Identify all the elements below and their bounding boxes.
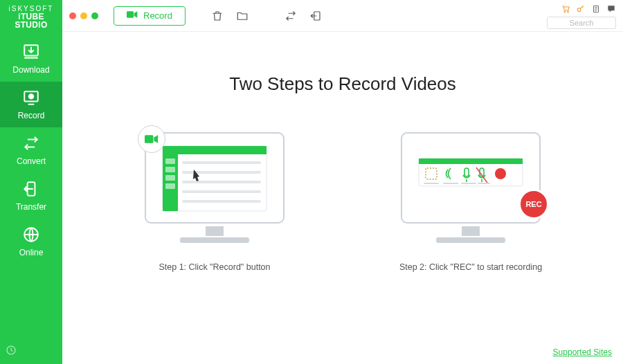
svg-rect-27 [145, 135, 154, 143]
svg-rect-14 [180, 237, 249, 243]
sidebar-item-convert[interactable]: Convert [0, 127, 62, 173]
svg-point-9 [568, 11, 569, 12]
sidebar-footer [0, 339, 62, 364]
sidebar-nav: Download Record [0, 36, 62, 264]
minimize-window-button[interactable] [80, 12, 87, 19]
record-screen-icon [22, 89, 40, 107]
svg-rect-18 [165, 158, 175, 164]
svg-point-39 [495, 168, 506, 179]
step-2: REC Step 2: Click "REC" to start recordi… [381, 129, 561, 272]
svg-rect-29 [462, 226, 480, 236]
cart-icon[interactable] [561, 4, 570, 14]
topbar: Record [62, 0, 623, 32]
sidebar-item-label: Record [18, 111, 45, 120]
close-window-button[interactable] [69, 12, 76, 19]
convert-icon [22, 134, 40, 152]
svg-rect-13 [206, 226, 224, 236]
sidebar-item-label: Online [19, 248, 44, 257]
svg-rect-16 [163, 146, 267, 154]
step-1: Step 1: Click "Record" button [125, 129, 305, 272]
svg-rect-20 [165, 175, 175, 181]
topbar-right-icons [561, 4, 616, 14]
step-1-label: Step 1: Click "Record" button [159, 262, 270, 272]
step-2-illustration: REC [398, 129, 543, 250]
record-button[interactable]: Record [114, 6, 186, 26]
refresh-button[interactable] [284, 9, 298, 23]
maximize-window-button[interactable] [91, 12, 98, 19]
notes-icon[interactable] [591, 4, 601, 14]
step-1-illustration [142, 129, 287, 250]
svg-point-2 [29, 94, 34, 99]
toolbar-icons [210, 9, 323, 23]
steps-row: Step 1: Click "Record" button [90, 129, 595, 272]
history-icon[interactable] [6, 346, 17, 358]
sidebar-item-label: Download [12, 65, 49, 75]
svg-rect-6 [127, 11, 134, 17]
rec-badge: REC [518, 189, 549, 219]
sidebar-item-download[interactable]: Download [0, 36, 62, 82]
folder-button[interactable] [235, 9, 249, 23]
transfer-icon [22, 180, 40, 198]
feedback-icon[interactable] [606, 4, 616, 14]
window-controls [69, 12, 98, 19]
camera-badge-icon [138, 125, 165, 153]
step-2-label: Step 2: Click "REC" to start recording [399, 262, 542, 272]
svg-point-8 [564, 11, 566, 12]
main: Record [62, 0, 623, 364]
sidebar-item-label: Transfer [16, 202, 46, 212]
page-title: Two Steps to Record Videos [90, 73, 595, 95]
app-window: iSKYSOFT iTUBE STUDIO Download [0, 0, 623, 364]
brand-line2: iTUBE STUDIO [4, 12, 58, 29]
sidebar-item-record[interactable]: Record [0, 82, 62, 127]
content: Two Steps to Record Videos [62, 32, 623, 364]
sidebar-item-label: Convert [17, 156, 46, 166]
svg-rect-32 [419, 158, 523, 164]
record-button-label: Record [143, 10, 172, 21]
svg-rect-19 [165, 167, 175, 172]
sidebar: iSKYSOFT iTUBE STUDIO Download [0, 0, 62, 364]
search-input[interactable] [547, 17, 616, 29]
sidebar-item-online[interactable]: Online [0, 219, 62, 264]
brand: iSKYSOFT iTUBE STUDIO [0, 0, 62, 36]
key-icon[interactable] [576, 4, 586, 14]
sidebar-item-transfer[interactable]: Transfer [0, 173, 62, 219]
svg-rect-21 [165, 183, 175, 189]
camera-icon [127, 10, 138, 21]
rec-badge-label: REC [525, 200, 541, 208]
import-button[interactable] [309, 9, 323, 23]
supported-sites-link[interactable]: Supported Sites [553, 347, 612, 357]
delete-button[interactable] [210, 9, 224, 23]
svg-rect-30 [436, 237, 505, 243]
svg-point-10 [577, 8, 581, 11]
globe-icon [22, 226, 40, 244]
topbar-right [547, 3, 616, 29]
download-icon [22, 43, 40, 61]
